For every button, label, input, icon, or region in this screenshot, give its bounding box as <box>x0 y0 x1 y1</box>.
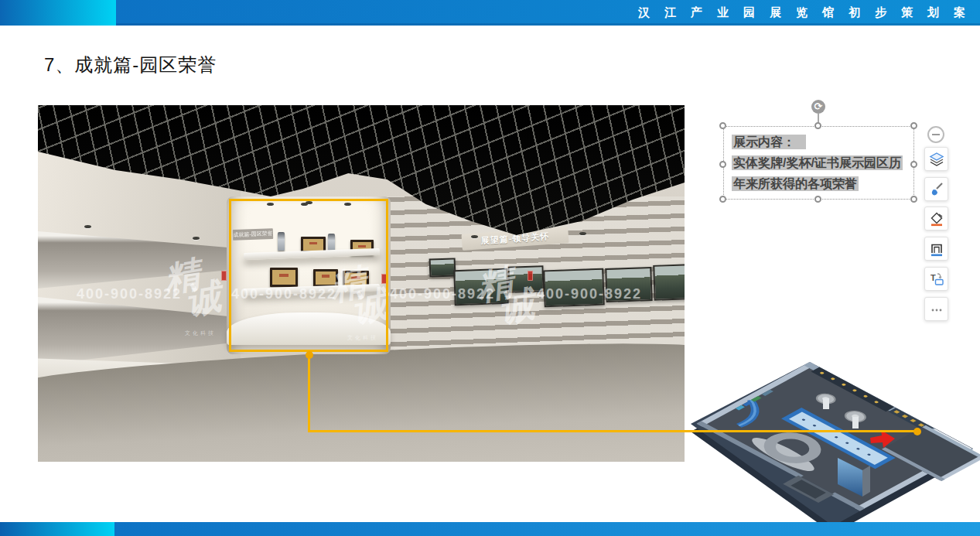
annotation-text: 实体奖牌/奖杯/证书展示园区历 <box>732 155 903 170</box>
selection-handle-ne[interactable] <box>910 122 917 129</box>
rotate-handle-icon[interactable]: ⟳ <box>811 100 825 114</box>
connector-line-vertical <box>308 355 310 432</box>
watermark-phone: 400-900-8922 <box>537 286 642 302</box>
more-options-button[interactable] <box>924 297 948 321</box>
watermark-seal <box>528 271 533 281</box>
wall-photo <box>429 258 456 277</box>
annotation-line: 展示内容： <box>724 127 913 152</box>
fill-color-button[interactable] <box>924 207 948 230</box>
soffit-light <box>579 232 586 235</box>
annotation-line: 年来所获得的各项荣誉 <box>724 173 913 194</box>
watermark-logo: 精 诚 <box>162 256 224 320</box>
annotation-text: 年来所获得的各项荣誉 <box>732 176 859 191</box>
connector-dot[interactable] <box>913 428 921 435</box>
more-icon <box>929 302 944 317</box>
watermark-seal <box>221 271 227 281</box>
selection-handle-nw[interactable] <box>719 122 726 129</box>
bottom-brand-bar <box>0 522 980 536</box>
highlight-rectangle[interactable] <box>229 199 388 352</box>
watermark-logo-char: 诚 <box>497 288 537 324</box>
connector-line-horizontal <box>308 430 918 432</box>
toolbar-collapse-button[interactable] <box>927 126 944 143</box>
watermark-logo-char: 诚 <box>183 281 224 316</box>
selection-handle-s[interactable] <box>814 196 821 203</box>
fill-color-icon <box>929 211 944 227</box>
selection-handle-sw[interactable] <box>719 196 726 203</box>
layers-button[interactable] <box>924 147 948 171</box>
layers-icon <box>929 152 944 167</box>
soffit-light <box>193 237 200 240</box>
brush-icon <box>929 182 944 197</box>
annotation-text: 展示内容： <box>732 135 806 149</box>
floorplan-image[interactable] <box>691 350 980 529</box>
floorplan-svg <box>691 350 980 529</box>
bottom-bar-gradient-left <box>0 522 114 536</box>
top-brand-bar: 汉江产业园展览馆初步策划案 <box>0 0 980 26</box>
selection-handle-n[interactable] <box>814 122 821 129</box>
annotation-line: 实体奖牌/奖杯/证书展示园区历 <box>724 152 913 173</box>
top-bar-gradient-left <box>0 0 116 26</box>
page-title[interactable]: 7、成就篇-园区荣誉 <box>44 53 217 77</box>
selection-handle-e[interactable] <box>910 161 917 168</box>
outline-color-icon <box>929 241 944 257</box>
connector-dot[interactable] <box>306 351 313 359</box>
selection-handle-se[interactable] <box>910 196 917 203</box>
outline-color-button[interactable] <box>924 237 948 261</box>
soffit-light <box>471 235 478 238</box>
selection-handle-w[interactable] <box>719 161 726 168</box>
soffit-light <box>84 225 91 228</box>
text-convert-button[interactable]: T <box>924 267 948 291</box>
deck-title: 汉江产业园展览馆初步策划案 <box>638 5 980 20</box>
bottom-bar-gradient-right <box>114 522 980 536</box>
brush-button[interactable] <box>924 177 948 201</box>
wall-photo <box>653 264 685 301</box>
presentation-slide: 汉江产业园展览馆初步策划案 7、成就篇-园区荣誉 展望篇-领导关怀 成就篇-园区… <box>0 0 980 536</box>
text-convert-icon: T <box>929 271 944 287</box>
annotation-textbox[interactable]: 展示内容： 实体奖牌/奖杯/证书展示园区历 年来所获得的各项荣誉 <box>723 126 914 200</box>
watermark-subtext: 文化科技 <box>185 329 216 337</box>
